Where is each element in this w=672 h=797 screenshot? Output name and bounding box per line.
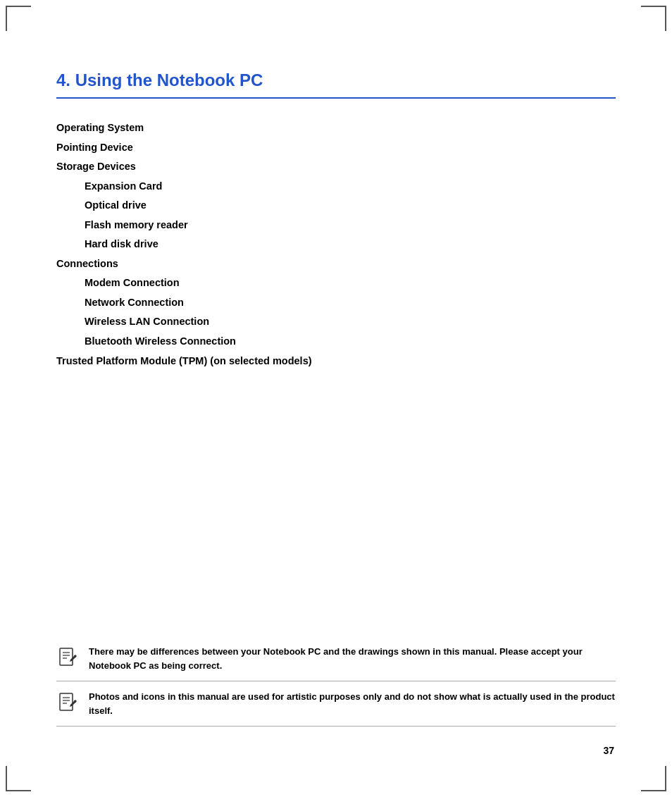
toc-item: Pointing Device [56,138,616,158]
toc-list: Operating SystemPointing DeviceStorage D… [56,118,616,371]
toc-item: Connections [56,254,616,274]
note-icon [56,691,79,716]
toc-item: Operating System [56,118,616,138]
corner-mark-bottom-left [6,766,31,791]
title-underline [56,97,616,99]
toc-item: Storage Devices [56,157,616,177]
toc-item: Modem Connection [56,273,616,293]
page-number: 37 [603,745,614,756]
toc-item: Bluetooth Wireless Connection [56,332,616,352]
toc-item: Hard disk drive [56,235,616,254]
chapter-title: 4. Using the Notebook PC [56,70,616,90]
svg-rect-0 [60,648,73,665]
toc-item: Trusted Platform Module (TPM) (on select… [56,352,616,371]
corner-mark-top-left [6,6,31,31]
toc-item: Flash memory reader [56,216,616,235]
note-row-1: Photos and icons in this manual are used… [56,681,616,727]
corner-mark-top-right [641,6,666,31]
note-text-1: Photos and icons in this manual are used… [89,690,616,717]
toc-item: Expansion Card [56,177,616,197]
note-icon [56,645,79,671]
notes-area: There may be differences between your No… [56,636,616,727]
main-content: 4. Using the Notebook PC Operating Syste… [56,70,616,371]
toc-item: Wireless LAN Connection [56,312,616,332]
page-container: 4. Using the Notebook PC Operating Syste… [0,0,672,797]
toc-item: Optical drive [56,196,616,216]
svg-rect-5 [60,693,73,710]
note-text-0: There may be differences between your No… [89,645,616,672]
toc-item: Network Connection [56,293,616,313]
note-row-0: There may be differences between your No… [56,636,616,681]
corner-mark-bottom-right [641,766,666,791]
